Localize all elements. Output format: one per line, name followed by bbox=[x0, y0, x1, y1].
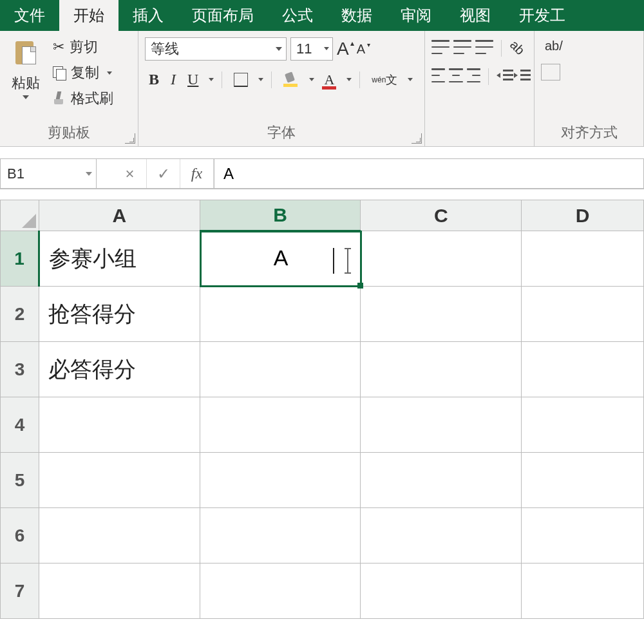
cell-A6[interactable] bbox=[39, 508, 200, 564]
cell-D1[interactable] bbox=[522, 231, 644, 287]
row-header-7[interactable]: 7 bbox=[1, 564, 39, 619]
name-box[interactable]: B1 bbox=[0, 158, 97, 189]
borders-button[interactable] bbox=[230, 71, 252, 88]
tab-layout[interactable]: 页面布局 bbox=[178, 0, 268, 31]
cell-A1[interactable]: 参赛小组 bbox=[39, 231, 200, 287]
tab-review[interactable]: 审阅 bbox=[386, 0, 446, 31]
cell-D2[interactable] bbox=[522, 287, 644, 342]
cell-C6[interactable] bbox=[361, 508, 522, 564]
cell-C4[interactable] bbox=[361, 397, 522, 453]
font-color-icon: A bbox=[322, 71, 336, 88]
group-alignment: ab bbox=[425, 31, 535, 146]
wrap-text-button[interactable] bbox=[541, 64, 560, 80]
align-top-button[interactable] bbox=[431, 40, 450, 54]
tab-insert[interactable]: 插入 bbox=[118, 0, 178, 31]
copy-label: 复制 bbox=[71, 63, 99, 82]
align-bottom-button[interactable] bbox=[475, 40, 493, 54]
cell-C5[interactable] bbox=[361, 453, 522, 508]
cell-A3[interactable]: 必答得分 bbox=[39, 342, 200, 397]
column-header-B[interactable]: B bbox=[200, 200, 361, 231]
font-dialog-launcher[interactable] bbox=[412, 133, 422, 144]
chevron-down-icon bbox=[86, 172, 92, 176]
cell-C2[interactable] bbox=[361, 287, 522, 342]
cell-B4[interactable] bbox=[200, 397, 361, 453]
cell-A5[interactable] bbox=[39, 453, 200, 508]
cell-B5[interactable] bbox=[200, 453, 361, 508]
italic-button[interactable]: I bbox=[167, 70, 180, 90]
group-clipboard: 粘贴 ✂ 剪切 复制 格式刷 剪贴板 bbox=[0, 31, 138, 146]
cell-D5[interactable] bbox=[522, 453, 644, 508]
fill-dropdown-arrow[interactable] bbox=[309, 78, 314, 81]
tab-data[interactable]: 数据 bbox=[327, 0, 386, 31]
cell-D3[interactable] bbox=[522, 342, 644, 397]
font-color-button[interactable]: A bbox=[318, 70, 340, 90]
underline-button[interactable]: U bbox=[184, 70, 202, 90]
decrease-indent-button[interactable] bbox=[497, 68, 510, 82]
fontcolor-dropdown-arrow[interactable] bbox=[346, 78, 352, 81]
row-header-6[interactable]: 6 bbox=[1, 508, 39, 564]
align-middle-button[interactable] bbox=[453, 40, 471, 54]
font-size-select[interactable]: 11 bbox=[290, 37, 333, 61]
tab-view[interactable]: 视图 bbox=[446, 0, 505, 31]
cell-D7[interactable] bbox=[522, 564, 644, 619]
cell-C7[interactable] bbox=[361, 564, 522, 619]
decrease-font-button[interactable]: A▾ bbox=[357, 42, 369, 57]
align-right-button[interactable] bbox=[467, 68, 480, 82]
separator bbox=[271, 71, 272, 88]
phonetic-button[interactable]: wén 文 bbox=[368, 73, 401, 87]
cell-A2[interactable]: 抢答得分 bbox=[39, 287, 200, 342]
increase-font-button[interactable]: A▴ bbox=[337, 39, 353, 59]
group-font: 等线 11 A▴ A▾ B I U bbox=[138, 31, 425, 146]
row-header-2[interactable]: 2 bbox=[1, 287, 39, 342]
row-header-5[interactable]: 5 bbox=[1, 453, 39, 508]
borders-dropdown-arrow[interactable] bbox=[258, 78, 263, 81]
formula-value: A bbox=[223, 165, 234, 183]
copy-button[interactable]: 复制 bbox=[53, 63, 113, 82]
phonetic-dropdown-arrow[interactable] bbox=[408, 78, 413, 81]
enter-button[interactable]: ✓ bbox=[147, 159, 180, 188]
formula-bar-row: B1 × ✓ fx A bbox=[0, 158, 644, 189]
row-header-1[interactable]: 1 bbox=[1, 231, 39, 287]
font-name-select[interactable]: 等线 bbox=[145, 37, 287, 61]
cell-D6[interactable] bbox=[522, 508, 644, 564]
orientation-dropdown[interactable]: ab/ bbox=[541, 37, 637, 55]
increase-indent-button[interactable] bbox=[514, 68, 527, 82]
align-left-button[interactable] bbox=[431, 68, 445, 82]
tab-file[interactable]: 文件 bbox=[0, 0, 59, 31]
row-header-4[interactable]: 4 bbox=[1, 397, 39, 453]
align-center-button[interactable] bbox=[449, 68, 462, 82]
cell-A4[interactable] bbox=[39, 397, 200, 453]
cell-B7[interactable] bbox=[200, 564, 361, 619]
orientation-button[interactable]: ab bbox=[506, 37, 527, 59]
cell-C3[interactable] bbox=[361, 342, 522, 397]
fill-color-button[interactable] bbox=[279, 71, 303, 88]
cancel-button[interactable]: × bbox=[113, 159, 147, 188]
cell-B1[interactable] bbox=[200, 231, 361, 287]
copy-dropdown-arrow[interactable] bbox=[107, 71, 112, 75]
row-header-3[interactable]: 3 bbox=[1, 342, 39, 397]
scissors-icon: ✂ bbox=[53, 39, 64, 55]
insert-function-button[interactable]: fx bbox=[180, 159, 214, 188]
cut-button[interactable]: ✂ 剪切 bbox=[53, 37, 113, 57]
cell-B3[interactable] bbox=[200, 342, 361, 397]
cell-B2[interactable] bbox=[200, 287, 361, 342]
cell-A7[interactable] bbox=[39, 564, 200, 619]
copy-icon bbox=[53, 66, 66, 79]
tab-developer[interactable]: 开发工 bbox=[505, 0, 580, 31]
cell-B6[interactable] bbox=[200, 508, 361, 564]
column-header-D[interactable]: D bbox=[522, 200, 644, 231]
cell-D4[interactable] bbox=[522, 397, 644, 453]
format-painter-button[interactable]: 格式刷 bbox=[53, 89, 113, 108]
tab-home[interactable]: 开始 bbox=[59, 0, 118, 31]
paste-dropdown-arrow[interactable] bbox=[23, 95, 29, 99]
select-all-corner[interactable] bbox=[1, 200, 39, 231]
clipboard-dialog-launcher[interactable] bbox=[125, 133, 135, 144]
underline-dropdown-arrow[interactable] bbox=[209, 78, 214, 81]
tab-formula[interactable]: 公式 bbox=[268, 0, 327, 31]
bold-button[interactable]: B bbox=[145, 70, 163, 90]
paste-button[interactable]: 粘贴 bbox=[6, 35, 45, 120]
column-header-C[interactable]: C bbox=[361, 200, 522, 231]
cell-C1[interactable] bbox=[361, 231, 522, 287]
column-header-A[interactable]: A bbox=[39, 200, 200, 231]
formula-input[interactable]: A bbox=[214, 158, 644, 189]
